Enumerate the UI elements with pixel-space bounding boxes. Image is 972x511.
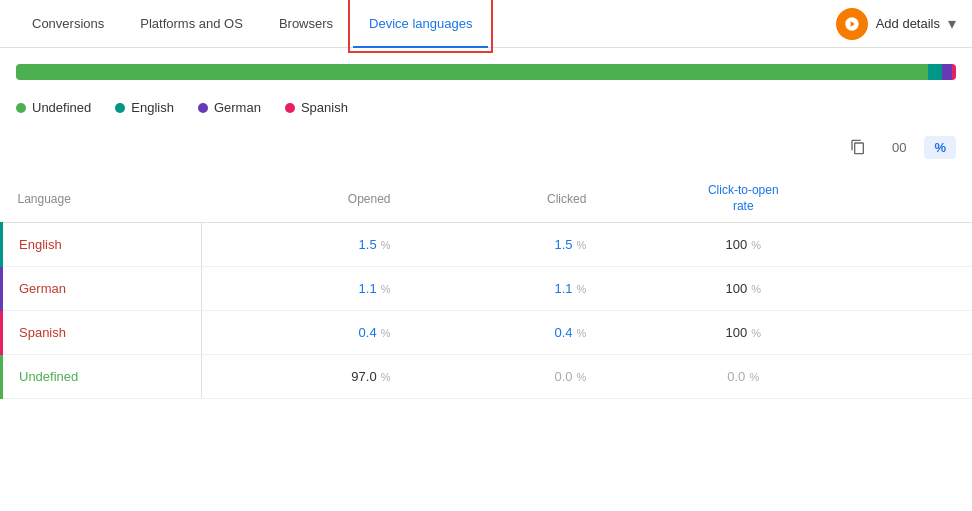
opened-cell-spanish: 0.4 % <box>202 311 407 355</box>
extra-cell-undefined <box>884 355 972 399</box>
legend-item-spanish[interactable]: Spanish <box>285 100 348 115</box>
progress-segment-german <box>942 64 952 80</box>
extra-cell-english <box>884 223 972 267</box>
legend-dot-english <box>115 103 125 113</box>
add-details-button[interactable]: Add details ▾ <box>836 8 956 40</box>
legend-item-english[interactable]: English <box>115 100 174 115</box>
tab-browsers[interactable]: Browsers <box>263 1 349 48</box>
tab-conversions[interactable]: Conversions <box>16 1 120 48</box>
opened-cell-undefined: 97.0 % <box>202 355 407 399</box>
top-navigation: Conversions Platforms and OS Browsers De… <box>0 0 972 48</box>
lang-cell-undefined: Undefined <box>2 355 202 399</box>
extra-cell-german <box>884 267 972 311</box>
progress-section <box>0 48 972 88</box>
copy-button[interactable] <box>842 131 874 163</box>
cto-cell-spanish: 100 % <box>602 311 884 355</box>
clicked-cell-english: 1.5 % <box>407 223 603 267</box>
col-header-language: Language <box>2 175 202 223</box>
clicked-cell-german: 1.1 % <box>407 267 603 311</box>
legend-item-undefined[interactable]: Undefined <box>16 100 91 115</box>
cto-cell-undefined: 0.0 % <box>602 355 884 399</box>
progress-segment-english <box>928 64 942 80</box>
col-header-clicked: Clicked <box>407 175 603 223</box>
col-header-opened: Opened <box>202 175 407 223</box>
lang-cell-spanish: Spanish <box>2 311 202 355</box>
tab-platforms-os[interactable]: Platforms and OS <box>124 1 259 48</box>
legend-dot-spanish <box>285 103 295 113</box>
format-00-button[interactable]: 00 <box>882 136 916 159</box>
legend-dot-undefined <box>16 103 26 113</box>
legend-item-german[interactable]: German <box>198 100 261 115</box>
extra-cell-spanish <box>884 311 972 355</box>
cto-cell-german: 100 % <box>602 267 884 311</box>
toolbar-row: 00 % <box>0 127 972 171</box>
col-header-extra <box>884 175 972 223</box>
lang-cell-german: German <box>2 267 202 311</box>
clicked-cell-spanish: 0.4 % <box>407 311 603 355</box>
cto-cell-english: 100 % <box>602 223 884 267</box>
clicked-cell-undefined: 0.0 % <box>407 355 603 399</box>
chevron-down-icon: ▾ <box>948 14 956 33</box>
table-header-row: Language Opened Clicked Click-to-openrat… <box>2 175 973 223</box>
table-row: Undefined 97.0 % 0.0 % 0.0 % <box>2 355 973 399</box>
data-table: Language Opened Clicked Click-to-openrat… <box>0 175 972 399</box>
lang-cell-english: English <box>2 223 202 267</box>
add-details-icon <box>836 8 868 40</box>
progress-segment-spanish <box>952 64 956 80</box>
nav-tabs: Conversions Platforms and OS Browsers De… <box>16 0 488 47</box>
table-row: English 1.5 % 1.5 % 100 % <box>2 223 973 267</box>
legend-dot-german <box>198 103 208 113</box>
opened-cell-german: 1.1 % <box>202 267 407 311</box>
chart-legend: Undefined English German Spanish <box>0 88 972 127</box>
col-header-cto-rate: Click-to-openrate <box>602 175 884 223</box>
table-row: Spanish 0.4 % 0.4 % 100 % <box>2 311 973 355</box>
tab-device-languages[interactable]: Device languages <box>353 1 488 48</box>
opened-cell-english: 1.5 % <box>202 223 407 267</box>
progress-bar <box>16 64 956 80</box>
format-pct-button[interactable]: % <box>924 136 956 159</box>
progress-segment-undefined <box>16 64 928 80</box>
table-row: German 1.1 % 1.1 % 100 % <box>2 267 973 311</box>
